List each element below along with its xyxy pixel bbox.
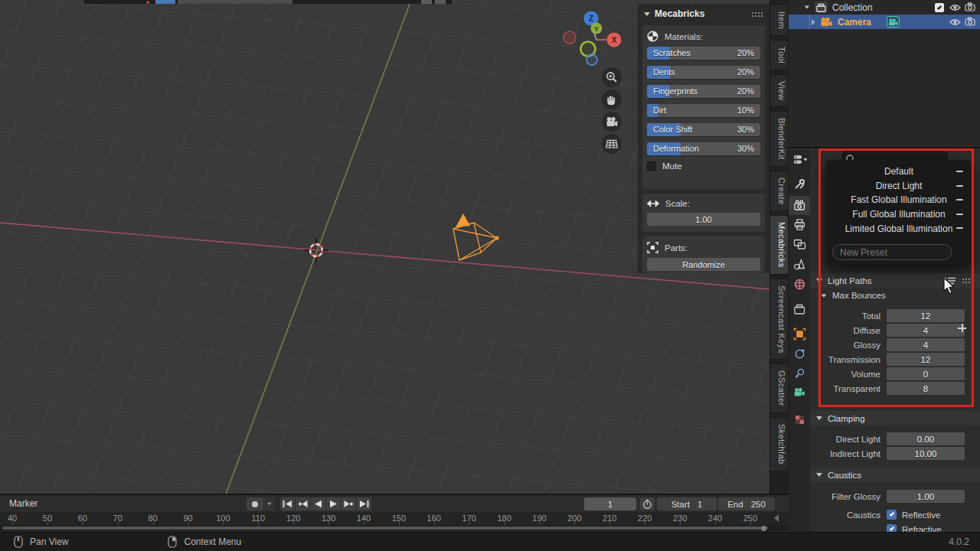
tab-tool-icon[interactable]	[793, 178, 806, 191]
tab-view[interactable]: View	[770, 74, 789, 107]
playback-controls	[280, 497, 372, 510]
tab-sketchfab[interactable]: Sketchfab	[770, 417, 789, 471]
tab-gscatter[interactable]: GScatter	[770, 364, 789, 413]
timeline-scrollbar[interactable]	[0, 525, 789, 531]
remove-preset-icon[interactable]	[956, 199, 963, 201]
play-reverse-button[interactable]	[311, 497, 325, 510]
tab-render-icon[interactable]	[793, 199, 806, 212]
region-collapse-arrow[interactable]	[774, 514, 779, 522]
slider-deformation[interactable]: Deformation30%	[647, 142, 760, 155]
new-preset-input[interactable]	[832, 244, 952, 260]
end-frame-field[interactable]: End 250	[718, 497, 775, 510]
preset-item-default[interactable]: Default	[826, 165, 972, 179]
tab-output-icon[interactable]	[793, 218, 806, 231]
outliner-row-collection[interactable]: Collection	[789, 0, 980, 15]
scrollbar-thumb[interactable]	[2, 527, 768, 530]
slider-color-shift[interactable]: Color Shift30%	[647, 123, 760, 136]
grid-toggle-icon[interactable]	[602, 134, 622, 154]
tab-world-icon[interactable]	[793, 278, 806, 291]
camera-object[interactable]	[444, 205, 521, 268]
scale-label: Scale:	[665, 199, 690, 208]
end-label: End	[727, 500, 743, 509]
tab-constraints-icon[interactable]	[793, 347, 806, 360]
gizmo-axis-z-neg[interactable]	[586, 54, 597, 65]
pan-hand-icon[interactable]	[602, 90, 622, 109]
collection-icon	[815, 2, 828, 13]
current-frame-field[interactable]: 1	[584, 497, 636, 510]
zoom-icon[interactable]	[602, 67, 622, 87]
drag-dots-icon[interactable]	[962, 278, 974, 283]
clipped-bar-icon-b	[435, 0, 446, 4]
tab-collection-icon[interactable]	[793, 303, 806, 316]
navigation-gizmo[interactable]: Z Y X	[561, 6, 626, 70]
stopwatch-icon[interactable]	[640, 497, 655, 510]
tab-tool[interactable]: Tool	[770, 40, 789, 70]
editor-type-icon[interactable]	[793, 154, 806, 167]
mute-label: Mute	[662, 161, 682, 171]
tab-physics-icon[interactable]	[793, 367, 806, 380]
tab-mecabricks[interactable]: Mecabricks	[770, 215, 789, 275]
gizmo-axis-x-neg[interactable]	[564, 31, 576, 44]
preset-dropdown: Default Direct Light Fast Global Illumin…	[826, 160, 972, 266]
collection-eye-icon[interactable]	[949, 4, 961, 11]
caustics-reflective-row: Caustics Reflective	[816, 507, 974, 522]
collection-checkbox[interactable]	[935, 3, 944, 12]
camera-view-icon[interactable]	[602, 112, 622, 132]
reflective-checkbox[interactable]	[887, 510, 897, 520]
slider-dents[interactable]: Dents20%	[647, 66, 760, 79]
remove-preset-icon[interactable]	[956, 185, 963, 187]
disclosure-down-icon[interactable]	[805, 6, 809, 9]
slider-scratches[interactable]: Scratches20%	[647, 47, 760, 60]
disclosure-right-icon[interactable]	[812, 19, 815, 25]
mute-checkbox[interactable]	[647, 161, 656, 171]
drag-dots-icon[interactable]	[751, 11, 763, 17]
preset-item-full-global-illumination[interactable]: Full Global Illumination	[826, 207, 972, 222]
auto-key-button[interactable]	[247, 497, 263, 510]
tab-blenderkit[interactable]: BlenderKit	[770, 111, 789, 167]
scrollbar-handle[interactable]	[761, 526, 766, 531]
end-value: 250	[751, 500, 766, 509]
tab-scene-icon[interactable]	[793, 258, 806, 271]
scale-value-field[interactable]: 1.00	[647, 213, 760, 226]
next-keyframe-button[interactable]	[341, 497, 356, 510]
camera-render-camera-icon[interactable]	[965, 17, 975, 26]
prev-keyframe-button[interactable]	[296, 497, 310, 510]
camera-eye-icon[interactable]	[949, 18, 961, 26]
tab-view-layer-icon[interactable]	[793, 238, 806, 251]
marker-menu[interactable]: Marker	[9, 498, 38, 509]
timeline-ruler[interactable]: 4050607080901001101201301401501601701801…	[0, 512, 789, 525]
outliner-row-camera[interactable]: Camera	[789, 15, 980, 29]
chevron-down-icon	[816, 416, 822, 420]
preset-item-direct-light[interactable]: Direct Light	[826, 179, 972, 194]
start-frame-field[interactable]: Start 1	[657, 497, 717, 510]
tab-texture-icon[interactable]	[793, 413, 806, 426]
materials-block: Materials: Scratches20% Dents20% Fingerp…	[642, 25, 765, 189]
filter-glossy-label: Filter Glossy	[816, 492, 887, 501]
tab-create[interactable]: Create	[770, 171, 789, 211]
auto-key-dropdown-icon[interactable]	[264, 497, 275, 510]
play-button[interactable]	[326, 497, 341, 510]
randomize-button[interactable]: Randomize	[647, 258, 760, 271]
caustics-header[interactable]: Caustics	[810, 468, 980, 482]
collection-render-camera-icon[interactable]	[965, 2, 975, 11]
tab-item[interactable]: Item	[770, 5, 789, 36]
slider-dirt[interactable]: Dirt10%	[647, 104, 760, 117]
remove-preset-icon[interactable]	[956, 171, 963, 172]
preset-selector-fragment[interactable]	[841, 150, 949, 160]
mecabricks-panel-header[interactable]: Mecabricks	[638, 4, 769, 22]
clamping-header[interactable]: Clamping	[810, 411, 980, 425]
tab-object-icon[interactable]	[793, 328, 806, 341]
filter-glossy-field[interactable]: 1.00	[887, 490, 965, 503]
tab-screencast-keys[interactable]: Screencast Keys	[770, 279, 789, 360]
preset-item-fast-global-illumination[interactable]: Fast Global Illumination	[826, 193, 972, 207]
remove-preset-icon[interactable]	[956, 214, 963, 215]
preset-item-limited-global-illumination[interactable]: Limited Global Illumination	[826, 221, 972, 236]
max-bounces-header[interactable]: Max Bounces	[821, 291, 886, 300]
slider-fingerprints[interactable]: Fingerprints20%	[647, 85, 760, 98]
chevron-down-icon	[816, 473, 822, 477]
jump-to-start-button[interactable]	[280, 497, 295, 510]
jump-to-end-button[interactable]	[357, 497, 371, 510]
remove-preset-icon[interactable]	[956, 227, 963, 229]
prop-row-transmission: Transmission 12	[816, 352, 974, 367]
tab-object-data-icon[interactable]	[793, 387, 806, 400]
